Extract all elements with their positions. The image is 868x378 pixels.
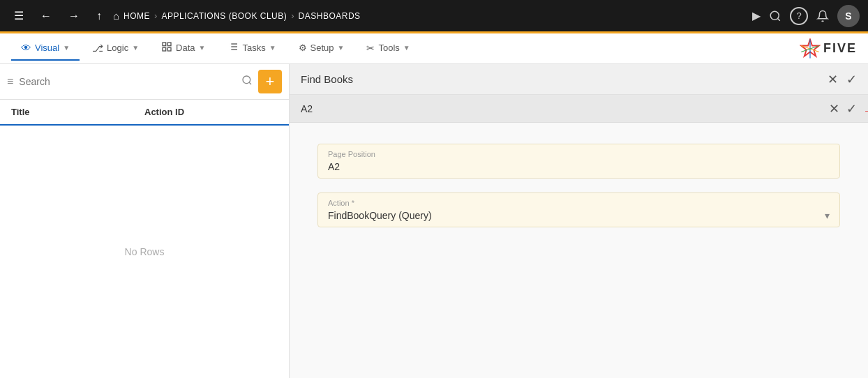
search-icon-button[interactable] bbox=[241, 75, 253, 89]
search-bar: ≡ + bbox=[0, 64, 289, 100]
table-header: Title Action ID bbox=[0, 100, 289, 126]
top-nav-left: ☰ ← → ↑ ⌂ HOME › APPLICATIONS (BOOK CLUB… bbox=[8, 6, 752, 25]
setup-icon: ⚙ bbox=[299, 43, 307, 53]
page-position-label: Page Position bbox=[328, 150, 830, 158]
tab-tasks-label: Tasks bbox=[242, 43, 265, 53]
filter-icon: ≡ bbox=[7, 75, 13, 88]
top-navigation: ☰ ← → ↑ ⌂ HOME › APPLICATIONS (BOOK CLUB… bbox=[0, 0, 868, 33]
tools-icon: ✂ bbox=[366, 43, 375, 54]
sub-panel-title: A2 bbox=[301, 103, 313, 114]
sub-panel-header: A2 ✕ ✓ ← bbox=[290, 95, 868, 123]
action-value: FindBookQuery (Query) bbox=[328, 210, 432, 221]
column-action-id: Action ID bbox=[144, 107, 278, 117]
chevron-down-icon: ▼ bbox=[338, 44, 345, 52]
chevron-down-icon: ▼ bbox=[63, 44, 70, 52]
menu-button[interactable]: ☰ bbox=[8, 6, 29, 25]
forward-button[interactable]: → bbox=[63, 7, 85, 25]
breadcrumb-home[interactable]: HOME bbox=[124, 11, 150, 21]
tab-tools[interactable]: ✂ Tools ▼ bbox=[357, 37, 419, 61]
panel-confirm-button[interactable]: ✓ bbox=[846, 72, 857, 87]
chevron-down-icon: ▼ bbox=[199, 44, 206, 52]
sub-panel-actions: ✕ ✓ ← bbox=[829, 101, 857, 116]
no-rows-message: No Rows bbox=[0, 126, 289, 378]
tab-tasks[interactable]: Tasks ▼ bbox=[218, 36, 285, 61]
logic-icon: ⎇ bbox=[92, 43, 103, 54]
five-logo-icon bbox=[800, 38, 821, 59]
panel-header-actions: ✕ ✓ bbox=[828, 72, 857, 87]
tab-tools-label: Tools bbox=[378, 43, 399, 53]
tab-visual-label: Visual bbox=[35, 43, 59, 53]
left-panel: ≡ + Title Action ID No Rows bbox=[0, 64, 290, 378]
tab-setup-label: Setup bbox=[310, 43, 334, 53]
visual-icon: 👁 bbox=[21, 42, 31, 54]
panel-close-button[interactable]: ✕ bbox=[828, 72, 838, 87]
svg-rect-5 bbox=[163, 47, 166, 51]
add-button[interactable]: + bbox=[258, 70, 282, 93]
svg-point-0 bbox=[770, 11, 779, 20]
form-area: Page Position A2 Action * FindBookQuery … bbox=[290, 123, 868, 248]
svg-line-17 bbox=[249, 82, 251, 84]
svg-rect-3 bbox=[167, 43, 171, 46]
panel-title: Find Books bbox=[301, 73, 353, 85]
back-button[interactable]: ← bbox=[35, 7, 57, 25]
breadcrumb-dashboard[interactable]: DASHBOARDS bbox=[299, 11, 361, 21]
action-select[interactable]: FindBookQuery (Query) ▾ bbox=[328, 210, 830, 221]
secondary-navigation: 👁 Visual ▼ ⎇ Logic ▼ Data ▼ bbox=[0, 33, 868, 64]
chevron-down-icon: ▼ bbox=[269, 44, 276, 52]
sub-panel-close-button[interactable]: ✕ bbox=[829, 101, 839, 116]
tab-setup[interactable]: ⚙ Setup ▼ bbox=[289, 37, 354, 60]
breadcrumb: ⌂ HOME › APPLICATIONS (BOOK CLUB) › DASH… bbox=[113, 10, 361, 22]
action-label: Action * bbox=[328, 199, 830, 207]
svg-rect-2 bbox=[163, 43, 166, 46]
page-position-field: Page Position A2 bbox=[317, 144, 840, 179]
dropdown-chevron-icon: ▾ bbox=[825, 210, 830, 221]
breadcrumb-sep1: › bbox=[154, 10, 157, 21]
tasks-icon bbox=[227, 41, 239, 54]
help-button[interactable]: ? bbox=[790, 7, 808, 25]
breadcrumb-sep2: › bbox=[291, 10, 294, 21]
avatar[interactable]: S bbox=[837, 5, 860, 27]
svg-point-16 bbox=[243, 76, 250, 84]
tab-data-label: Data bbox=[176, 43, 195, 53]
tab-logic-label: Logic bbox=[107, 43, 128, 53]
column-title: Title bbox=[11, 107, 144, 117]
page-position-value: A2 bbox=[328, 161, 830, 172]
chevron-down-icon: ▼ bbox=[403, 44, 410, 52]
five-logo-text: FIVE bbox=[823, 41, 857, 56]
tab-logic[interactable]: ⎇ Logic ▼ bbox=[82, 37, 149, 61]
breadcrumb-app[interactable]: APPLICATIONS (BOOK CLUB) bbox=[161, 11, 287, 21]
svg-rect-4 bbox=[167, 47, 171, 51]
panel-header: Find Books ✕ ✓ bbox=[290, 64, 868, 95]
action-field[interactable]: Action * FindBookQuery (Query) ▾ bbox=[317, 192, 840, 227]
up-button[interactable]: ↑ bbox=[91, 7, 107, 25]
sub-panel-confirm-button[interactable]: ✓ bbox=[846, 101, 857, 116]
tab-data[interactable]: Data ▼ bbox=[151, 36, 215, 61]
top-nav-right: ▶ ? S bbox=[752, 5, 860, 27]
notifications-button[interactable] bbox=[816, 10, 829, 22]
home-icon: ⌂ bbox=[113, 10, 119, 22]
red-arrow-indicator: ← bbox=[862, 103, 868, 119]
data-icon bbox=[161, 41, 172, 54]
search-button[interactable] bbox=[769, 10, 781, 22]
right-panel: Find Books ✕ ✓ A2 ✕ ✓ ← Page Position A2 bbox=[290, 64, 868, 378]
main-content: ≡ + Title Action ID No Rows Find Books ✕… bbox=[0, 64, 868, 378]
svg-line-1 bbox=[777, 18, 779, 20]
search-input[interactable] bbox=[19, 76, 236, 87]
tab-visual[interactable]: 👁 Visual ▼ bbox=[11, 36, 80, 61]
five-logo: FIVE bbox=[800, 38, 857, 59]
play-button[interactable]: ▶ bbox=[752, 9, 761, 22]
sec-nav-tabs: 👁 Visual ▼ ⎇ Logic ▼ Data ▼ bbox=[11, 36, 420, 61]
chevron-down-icon: ▼ bbox=[132, 44, 139, 52]
